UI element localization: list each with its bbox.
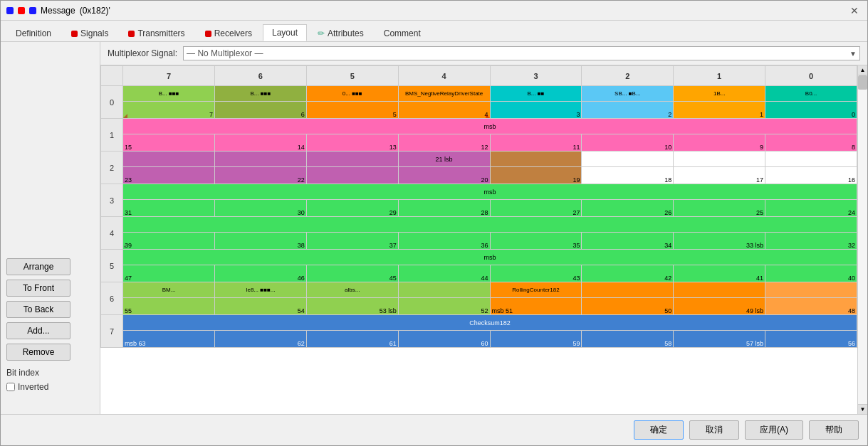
vertical-scrollbar[interactable]: ▲ ▼ bbox=[857, 65, 867, 414]
table-row-bits-5: 47 46 45 44 43 42 41 40 bbox=[101, 265, 857, 282]
bit-cell-54: 54 bbox=[214, 298, 306, 315]
tab-transmitters-label: Transmitters bbox=[137, 28, 184, 38]
title-left: Message (0x182)' bbox=[6, 6, 110, 16]
scroll-up-button[interactable]: ▲ bbox=[858, 65, 867, 75]
bit-cell-26: 26 bbox=[582, 200, 674, 217]
cell-row0-col1[interactable]: 1B... bbox=[674, 86, 765, 102]
receivers-icon bbox=[205, 31, 211, 37]
row-header-3: 3 bbox=[101, 184, 123, 217]
scroll-thumb[interactable] bbox=[858, 75, 867, 90]
window-title: Message bbox=[41, 6, 75, 16]
cell-row3-span[interactable]: msb bbox=[123, 184, 857, 200]
arrange-button[interactable]: Arrange bbox=[6, 258, 70, 275]
bit-cell-44: 44 bbox=[398, 265, 490, 282]
tab-signals[interactable]: Signals bbox=[62, 25, 117, 41]
table-row-7: 7 Checksum182 bbox=[101, 315, 857, 331]
confirm-button[interactable]: 确定 bbox=[634, 420, 684, 440]
cell-row6-c6[interactable]: Ie8... ■■■... bbox=[214, 282, 306, 298]
to-front-button[interactable]: To Front bbox=[6, 280, 70, 297]
bit-cell-24: 24 bbox=[765, 200, 857, 217]
grid-container[interactable]: 7 6 5 4 3 2 1 0 bbox=[100, 65, 857, 414]
bit-cell-13: 13 bbox=[306, 134, 398, 152]
table-row-bits-3: 31 30 29 28 27 26 25 24 bbox=[101, 200, 857, 217]
cell-row7-span[interactable]: Checksum182 bbox=[123, 315, 857, 331]
cell-row0-col0[interactable]: B0... bbox=[765, 86, 857, 102]
bit-cell-14: 14 bbox=[214, 134, 306, 152]
multiplexor-select[interactable]: — No Multiplexor — ▼ bbox=[183, 46, 860, 60]
cell-row2-c4[interactable]: 21 lsb bbox=[398, 152, 490, 167]
cell-text: Checksum182 bbox=[123, 319, 857, 327]
bit-index-label: Bit index bbox=[6, 368, 94, 378]
tab-definition[interactable]: Definition bbox=[6, 25, 61, 41]
cell-row6-c5[interactable]: albs... bbox=[306, 282, 398, 298]
cell-row6-c3[interactable]: RollingCounter182 bbox=[490, 282, 582, 298]
cell-row1-span[interactable]: msb bbox=[123, 119, 857, 134]
cell-row6-c4[interactable] bbox=[398, 282, 490, 298]
cell-row0-col6[interactable]: B... ■■■ bbox=[214, 86, 306, 102]
help-button[interactable]: 帮助 bbox=[809, 420, 859, 440]
table-row-bits-1: 15 14 13 12 11 10 9 8 bbox=[101, 134, 857, 152]
cell-row0-col7[interactable]: B... ■■■ bbox=[123, 86, 215, 102]
cell-row0-col4[interactable]: BMS_NegtiveRelayDriverState bbox=[398, 86, 490, 102]
tab-comment[interactable]: Comment bbox=[375, 25, 430, 41]
scroll-track[interactable] bbox=[858, 75, 867, 404]
col-header-4: 4 bbox=[398, 66, 490, 86]
cell-row0-col5[interactable]: 0... ■■■ bbox=[306, 86, 398, 102]
cancel-button[interactable]: 取消 bbox=[689, 420, 739, 440]
cell-row4-span[interactable] bbox=[123, 217, 857, 233]
cell-row2-c1[interactable] bbox=[674, 152, 765, 167]
cell-row2-c3[interactable] bbox=[490, 152, 582, 167]
cell-text: B... ■■■ bbox=[215, 90, 306, 97]
title-bar: Message (0x182)' ✕ bbox=[1, 1, 867, 21]
tab-layout[interactable]: Layout bbox=[263, 24, 307, 41]
col-header-7: 7 bbox=[123, 66, 215, 86]
bit-cell-56: 56 bbox=[765, 331, 857, 348]
bit-cell-23: 23 bbox=[123, 167, 215, 184]
cell-row2-c5[interactable] bbox=[306, 152, 398, 167]
cell-row6-c1[interactable] bbox=[674, 282, 765, 298]
tab-attributes[interactable]: ✏ Attributes bbox=[308, 25, 373, 41]
cell-row2-c2[interactable] bbox=[582, 152, 674, 167]
cell-text: B0... bbox=[765, 90, 857, 97]
add-button[interactable]: Add... bbox=[6, 322, 70, 339]
cell-row0-col3[interactable]: B... ■■ bbox=[490, 86, 582, 102]
bit-cell-6: 6 bbox=[214, 102, 306, 119]
bit-cell-19: 19 bbox=[490, 167, 582, 184]
main-window: Message (0x182)' ✕ Definition Signals Tr… bbox=[0, 0, 868, 446]
cell-text: SB... ■B... bbox=[582, 90, 673, 97]
cell-text: RollingCounter182 bbox=[491, 286, 582, 294]
bit-cell-43: 43 bbox=[490, 265, 582, 282]
remove-button[interactable]: Remove bbox=[6, 344, 70, 361]
bit-cell-37: 37 bbox=[306, 233, 398, 250]
col-header-6: 6 bbox=[214, 66, 306, 86]
bit-cell-2: 2 bbox=[582, 102, 674, 119]
tab-receivers[interactable]: Receivers bbox=[196, 25, 261, 41]
bit-cell-31: 31 bbox=[123, 200, 215, 217]
col-header-1: 1 bbox=[674, 66, 765, 86]
cell-row5-span[interactable]: msb bbox=[123, 250, 857, 265]
left-panel: Arrange To Front To Back Add... Remove B… bbox=[1, 42, 100, 414]
cell-text: B... ■■■ bbox=[123, 90, 214, 97]
close-button[interactable]: ✕ bbox=[847, 4, 862, 18]
bottom-bar: 确定 取消 应用(A) 帮助 bbox=[1, 414, 867, 445]
cell-row0-col2[interactable]: SB... ■B... bbox=[582, 86, 674, 102]
cell-row2-c6[interactable] bbox=[214, 152, 306, 167]
scroll-down-button[interactable]: ▼ bbox=[858, 404, 867, 414]
inverted-checkbox[interactable] bbox=[6, 383, 15, 391]
to-back-button[interactable]: To Back bbox=[6, 301, 70, 318]
table-row-bits-2: 23 22 20 19 18 17 16 bbox=[101, 167, 857, 184]
tab-receivers-label: Receivers bbox=[214, 28, 252, 38]
tab-definition-label: Definition bbox=[16, 28, 51, 38]
cell-row6-c0[interactable] bbox=[765, 282, 857, 298]
cell-row2-c7[interactable] bbox=[123, 152, 215, 167]
cell-row2-c0[interactable] bbox=[765, 152, 857, 167]
cell-text: msb bbox=[123, 188, 857, 196]
cell-row6-c7[interactable]: BM... bbox=[123, 282, 215, 298]
cell-text: msb bbox=[123, 253, 857, 262]
col-header-3: 3 bbox=[490, 66, 582, 86]
col-header-0: 0 bbox=[765, 66, 857, 86]
apply-button[interactable]: 应用(A) bbox=[745, 420, 803, 440]
table-row-2: 2 21 lsb bbox=[101, 152, 857, 167]
tab-transmitters[interactable]: Transmitters bbox=[119, 25, 194, 41]
cell-row6-c2[interactable] bbox=[582, 282, 674, 298]
